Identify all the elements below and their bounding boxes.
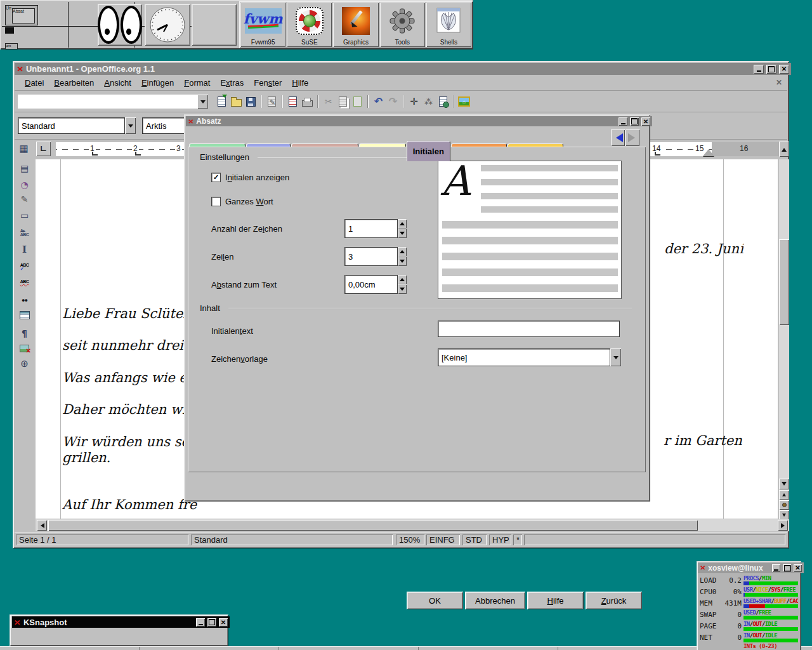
spin-field-zeilen[interactable]: 3 — [344, 247, 407, 266]
insert-table-button[interactable]: ▦ — [16, 142, 31, 156]
minimize-button[interactable] — [196, 618, 205, 627]
draw-functions-button[interactable]: ✎ — [17, 192, 32, 206]
menu-einfügen[interactable]: Einfügen — [136, 77, 179, 89]
menu-format[interactable]: Format — [179, 77, 215, 89]
zeichenvorlage-dropdown-button[interactable] — [610, 348, 621, 366]
insert-object-button[interactable]: ◔ — [17, 177, 32, 192]
open-button[interactable] — [229, 95, 244, 109]
print-button[interactable] — [300, 95, 315, 109]
status-selection-mode[interactable]: STD — [462, 534, 487, 545]
status-zoom[interactable]: 150% — [396, 534, 424, 545]
find-replace-button[interactable]: ●● — [17, 293, 32, 307]
status-pagestyle[interactable]: Standard — [191, 534, 393, 545]
next-page-button[interactable] — [779, 510, 789, 520]
xclock-button[interactable] — [145, 4, 190, 46]
spin-down-button[interactable] — [398, 284, 407, 294]
dialog-tab-initialen[interactable]: Initialen — [407, 141, 450, 161]
checkbox-checked[interactable]: ✓ — [211, 173, 221, 182]
spin-down-button[interactable] — [398, 256, 407, 266]
graphics-onoff-button[interactable] — [17, 341, 32, 355]
data-sources-button[interactable] — [17, 308, 32, 322]
menu-bearbeiten[interactable]: Bearbeiten — [49, 77, 99, 89]
scroll-right-button[interactable] — [778, 520, 788, 531]
export-pdf-button[interactable] — [285, 95, 300, 109]
hyperlink-button[interactable] — [436, 95, 450, 109]
dialog-titlebar[interactable]: ✕ Absatz ✕ — [186, 116, 652, 126]
help-button[interactable]: Hilfe — [527, 592, 584, 609]
tab-scroll-right-button[interactable] — [625, 129, 639, 146]
pager-mini-window-absatz[interactable]: Absat — [12, 8, 35, 23]
menu-fenster[interactable]: Fenster — [249, 77, 287, 89]
insert-section-button[interactable]: ▤ — [17, 161, 32, 175]
save-button[interactable] — [244, 95, 258, 109]
vertical-scrollbar[interactable] — [779, 159, 789, 519]
spin-up-button[interactable] — [398, 219, 407, 229]
direct-cursor-button[interactable]: I — [17, 242, 32, 256]
cut-button[interactable]: ✂ — [321, 95, 336, 109]
spin-up-button[interactable] — [398, 275, 407, 284]
xeyes-button[interactable] — [98, 4, 142, 46]
bottom-taskbar-edge[interactable] — [0, 646, 812, 650]
maximize-button[interactable] — [766, 65, 776, 74]
navigator-button[interactable]: ✛ — [407, 95, 421, 109]
vertical-scrollbar-thumb[interactable] — [779, 239, 789, 325]
minimize-button[interactable] — [772, 564, 780, 572]
zeichenvorlage-combobox[interactable]: [Keine] — [438, 348, 621, 366]
nonprinting-characters-button[interactable]: ¶ — [17, 326, 32, 340]
initialentext-input[interactable] — [438, 321, 620, 337]
scroll-down-button[interactable] — [779, 479, 789, 489]
paste-button[interactable] — [350, 95, 365, 109]
launcher-fvwm95[interactable]: fvwm Fvwm95 — [240, 3, 285, 47]
previous-page-button[interactable] — [779, 490, 789, 500]
online-layout-button[interactable]: ⊕ — [17, 357, 32, 371]
ok-button[interactable]: OK — [407, 592, 463, 609]
close-document-icon[interactable]: ✕ — [776, 78, 787, 87]
spin-down-button[interactable] — [398, 229, 407, 238]
pager-iconified-window[interactable] — [5, 27, 14, 34]
scroll-up-button[interactable] — [779, 142, 789, 157]
spin-field-abstand[interactable]: 0,00cm — [344, 275, 407, 294]
redo-button[interactable]: ↷ — [386, 95, 400, 109]
spin-value[interactable]: 0,00cm — [344, 275, 398, 294]
menu-extras[interactable]: Extras — [215, 77, 249, 89]
style-dropdown-button[interactable] — [125, 117, 136, 134]
minimize-button[interactable] — [754, 65, 764, 74]
close-button[interactable]: ✕ — [219, 618, 228, 627]
scroll-left-button[interactable] — [37, 520, 47, 531]
status-insert-mode[interactable]: EINFG — [426, 534, 460, 545]
tab-scroll-left-button[interactable] — [611, 129, 625, 146]
undo-button[interactable]: ↶ — [371, 95, 386, 109]
cancel-button[interactable]: Abbrechen — [465, 592, 525, 609]
status-hyperlink-mode[interactable]: HYP — [489, 534, 511, 545]
launcher-graphics[interactable]: Graphics — [333, 3, 378, 47]
launcher-suse[interactable]: SuSE — [287, 3, 332, 47]
stylist-button[interactable]: ⁂ — [421, 95, 436, 109]
maximize-button[interactable] — [783, 564, 791, 572]
spin-value[interactable]: 1 — [344, 219, 398, 238]
maximize-button[interactable] — [207, 618, 216, 627]
checkbox-unchecked[interactable] — [211, 197, 221, 206]
dialog-close-button[interactable]: ✕ — [641, 117, 650, 126]
launcher-shells[interactable]: Shells — [426, 3, 471, 47]
paragraph-style-combobox[interactable]: Standard — [18, 117, 136, 134]
horizontal-scrollbar[interactable] — [36, 519, 789, 531]
checkbox-row-initialen-anzeigen[interactable]: ✓ Initialen anzeigen — [211, 173, 289, 182]
url-input[interactable] — [18, 95, 197, 109]
edit-file-button[interactable]: ✎ — [265, 95, 279, 109]
dialog-maximize-button[interactable] — [630, 117, 639, 126]
copy-button[interactable] — [336, 95, 350, 109]
xosview-titlebar[interactable]: ✕ xosview@linux ✕ — [698, 562, 804, 573]
menu-ansicht[interactable]: Ansicht — [99, 77, 136, 89]
back-button[interactable]: Zurück — [586, 592, 642, 609]
close-button[interactable]: ✕ — [794, 564, 802, 572]
dialog-minimize-button[interactable] — [619, 117, 627, 126]
navigation-dot-button[interactable] — [779, 500, 789, 510]
menu-datei[interactable]: Datei — [20, 77, 49, 89]
close-button[interactable]: ✕ — [779, 65, 789, 74]
url-combobox[interactable] — [18, 95, 208, 109]
spin-field-anzahl[interactable]: 1 — [344, 219, 407, 238]
spin-value[interactable]: 3 — [344, 247, 398, 266]
menu-hilfe[interactable]: Hilfe — [287, 77, 313, 89]
new-document-button[interactable] — [214, 95, 229, 109]
autospellcheck-button[interactable]: ABC — [17, 274, 32, 289]
